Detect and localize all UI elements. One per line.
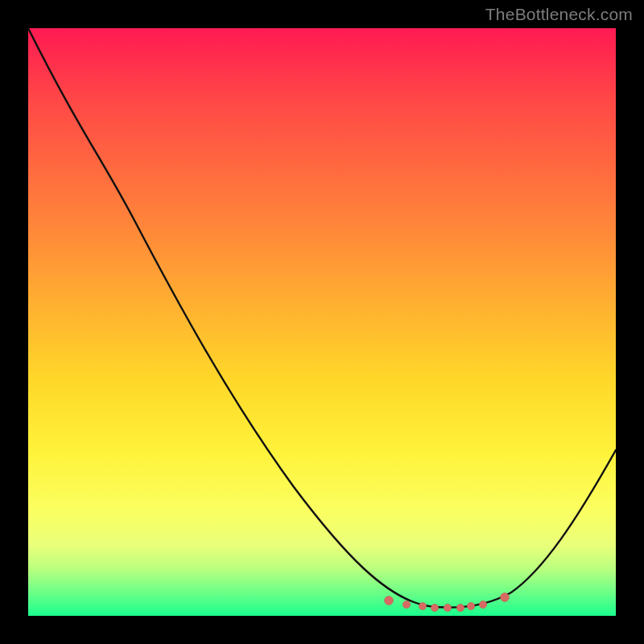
curve-marker [402,601,410,608]
curve-marker [467,602,474,609]
plot-area [28,28,616,616]
curve-marker [431,604,438,611]
curve-marker [501,593,510,602]
curve-marker [385,597,394,605]
curve-marker [456,604,464,611]
curve-marker [444,604,451,611]
curve-marker [419,602,426,609]
marker-group [385,593,510,612]
watermark-text: TheBottleneck.com [485,5,633,24]
curve-svg [28,28,616,616]
bottleneck-curve [28,28,616,608]
chart-stage: TheBottleneck.com [0,0,644,644]
curve-marker [479,601,486,608]
